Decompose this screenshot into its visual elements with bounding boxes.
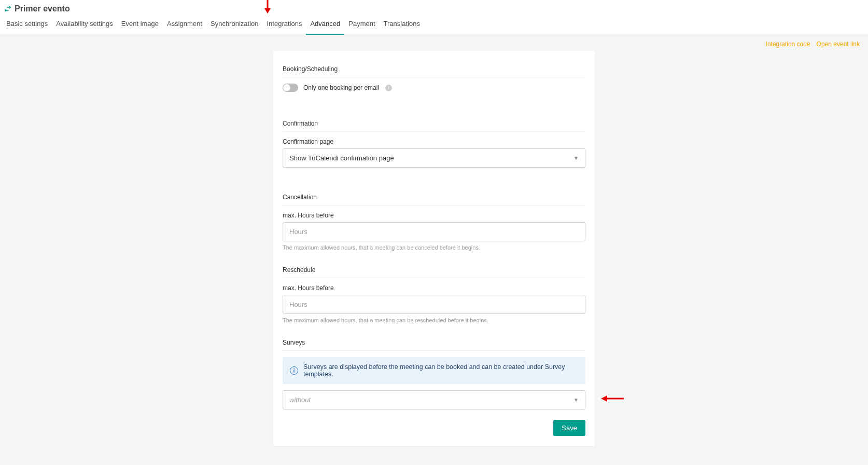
reschedule-hours-input[interactable] [289,300,579,308]
surveys-select[interactable]: without ▼ [283,390,585,409]
svg-marker-3 [601,395,607,402]
cancellation-hours-label: max. Hours before [283,212,585,219]
integration-code-link[interactable]: Integration code [766,40,810,48]
annotation-arrow-left-icon [599,394,625,403]
reschedule-hours-label: max. Hours before [283,284,585,292]
section-title-reschedule: Reschedule [283,263,585,278]
cancellation-helper-text: The maximum allowed hours, that a meetin… [283,244,585,251]
info-circle-icon: i [290,366,298,375]
page-title: Primer evento [15,4,70,13]
tab-integrations[interactable]: Integrations [262,15,306,35]
chevron-down-icon: ▼ [573,397,579,403]
tab-advanced[interactable]: Advanced [306,15,344,35]
save-button[interactable]: Save [553,420,585,436]
annotation-arrow-down-icon [262,0,273,15]
tab-translations[interactable]: Translations [380,15,424,35]
tab-event-image[interactable]: Event image [117,15,163,35]
chevron-down-icon: ▼ [573,155,579,161]
reschedule-helper-text: The maximum allowed hours, that a meetin… [283,317,585,323]
tabs-bar: Basic settings Availability settings Eve… [0,15,868,35]
cancellation-hours-input-wrap [283,222,585,241]
surveys-value: without [289,396,311,404]
confirmation-page-select[interactable]: Show TuCalendi confirmation page ▼ [283,148,585,168]
info-icon[interactable]: i [385,85,392,91]
reschedule-hours-input-wrap [283,295,585,314]
toggle-one-booking-per-email[interactable] [283,84,298,92]
section-title-confirmation: Confirmation [283,117,585,132]
toggle-label: Only one booking per email [303,84,379,91]
open-event-link[interactable]: Open event link [817,40,860,48]
section-title-cancellation: Cancellation [283,190,585,206]
confirmation-page-label: Confirmation page [283,138,585,145]
section-title-booking: Booking/Scheduling [283,62,585,77]
swap-icon [4,5,11,12]
section-title-surveys: Surveys [283,336,585,351]
svg-marker-1 [264,8,271,13]
settings-card: Booking/Scheduling Only one booking per … [273,51,595,446]
tab-payment[interactable]: Payment [344,15,379,35]
surveys-info-banner: i Surveys are displayed before the meeti… [283,357,585,384]
tab-assignment[interactable]: Assignment [163,15,206,35]
confirmation-page-value: Show TuCalendi confirmation page [289,154,394,162]
tab-synchronization[interactable]: Synchronization [206,15,263,35]
tab-availability-settings[interactable]: Availability settings [52,15,117,35]
surveys-info-text: Surveys are displayed before the meeting… [303,363,578,378]
cancellation-hours-input[interactable] [289,228,579,236]
tab-basic-settings[interactable]: Basic settings [2,15,52,35]
